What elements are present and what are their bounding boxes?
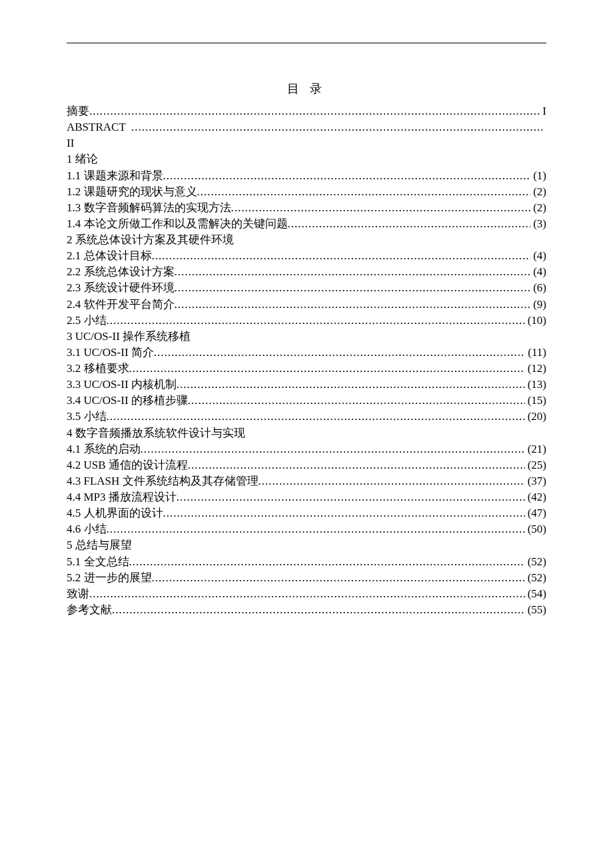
- toc-entry-page: (2): [530, 184, 546, 200]
- toc-entry-page: (10): [525, 313, 546, 329]
- toc-leader-dots: [112, 602, 525, 618]
- toc-entry-page: (52): [525, 554, 546, 570]
- toc-entry: 2.1 总体设计目标(4): [67, 248, 546, 264]
- toc-entry-label: 3.4 UC/OS-II 的移植步骤: [67, 393, 188, 409]
- toc-leader-dots: [197, 184, 531, 200]
- toc-entry-label: 2.3 系统设计硬件环境: [67, 280, 175, 296]
- toc-leader-dots: [107, 521, 525, 537]
- toc-leader-dots: [129, 361, 525, 377]
- toc-entry: 1.2 课题研究的现状与意义 (2): [67, 184, 546, 200]
- toc-entry: 4.2 USB 通信的设计流程 (25): [67, 457, 546, 473]
- toc-entry-label: 摘要: [67, 103, 89, 119]
- toc-entry-label: 1.2 课题研究的现状与意义: [67, 184, 197, 200]
- toc-entry-page: (11): [525, 345, 546, 361]
- toc-entry-page: I: [540, 103, 546, 119]
- toc-entry-page: (9): [530, 297, 546, 313]
- header-rule: [67, 43, 546, 43]
- toc-leader-dots: [107, 313, 525, 329]
- toc-entry-label: 1.4 本论文所做工作和以及需解决的关键问题: [67, 216, 288, 232]
- toc-entry: 5.2 进一步的展望(52): [67, 570, 546, 586]
- toc-leader-dots: [89, 103, 540, 119]
- toc-leader-dots: [89, 586, 525, 602]
- toc-entry-label: 2.4 软件开发平台简介: [67, 297, 175, 313]
- toc-entry-page: (1): [530, 168, 546, 184]
- toc-leader-dots: [177, 489, 525, 505]
- toc-entry-label: 4.6 小结: [67, 521, 107, 537]
- toc-entry-page: (4): [530, 264, 546, 280]
- toc-leader-dots: [175, 264, 531, 280]
- toc-leader-dots: [154, 345, 525, 361]
- toc-leader-dots: [259, 473, 525, 489]
- toc-heading: 1 绪论: [67, 151, 546, 167]
- toc-entry: 3.1 UC/OS-II 简介(11): [67, 345, 546, 361]
- toc-entry: 4.6 小结(50): [67, 521, 546, 537]
- table-of-contents: 摘要IABSTRACT II1 绪论1.1 课题来源和背景 (1)1.2 课题研…: [67, 103, 546, 618]
- toc-entry-label: ABSTRACT: [67, 119, 131, 135]
- toc-entry: 4.1 系统的启动(21): [67, 441, 546, 457]
- toc-entry-page: (37): [525, 473, 546, 489]
- toc-leader-dots: [152, 248, 531, 264]
- toc-entry-label: 4.1 系统的启动: [67, 441, 141, 457]
- toc-leader-dots: [288, 216, 531, 232]
- toc-entry-label: 参考文献: [67, 602, 112, 618]
- toc-leader-dots: [129, 554, 525, 570]
- toc-entry: 4.4 MP3 播放流程设计 (42): [67, 489, 546, 505]
- toc-entry-label: 2.2 系统总体设计方案: [67, 264, 175, 280]
- toc-entry: 4.3 FLASH 文件系统结构及其存储管理 (37): [67, 473, 546, 489]
- toc-entry-page: (12): [525, 361, 546, 377]
- toc-entry-page: (13): [525, 377, 546, 393]
- toc-leader-dots: [175, 280, 531, 296]
- toc-entry-page: (3): [530, 216, 546, 232]
- toc-entry-page: (47): [525, 505, 546, 521]
- toc-entry-label: 2.1 总体设计目标: [67, 248, 152, 264]
- toc-entry-page: (21): [525, 441, 546, 457]
- toc-entry: 5.1 全文总结(52): [67, 554, 546, 570]
- toc-entry: 3.4 UC/OS-II 的移植步骤 (15): [67, 393, 546, 409]
- toc-title: 目 录: [67, 81, 546, 97]
- toc-entry-page: (54): [525, 586, 546, 602]
- toc-leader-dots: [163, 505, 525, 521]
- toc-entry-label: 5.1 全文总结: [67, 554, 129, 570]
- toc-entry-page: (6): [530, 280, 546, 296]
- toc-leader-dots: [152, 570, 525, 586]
- toc-entry-page: (52): [525, 570, 546, 586]
- toc-entry-page: (2): [530, 200, 546, 216]
- toc-leader-dots: [188, 393, 525, 409]
- toc-leader-dots: [177, 377, 525, 393]
- toc-entry: 1.3 数字音频解码算法的实现方法 (2): [67, 200, 546, 216]
- toc-entry: 2.5 小结(10): [67, 313, 546, 329]
- toc-leader-dots: [141, 441, 525, 457]
- toc-leader-dots: [107, 409, 525, 425]
- toc-entry-label: 5.2 进一步的展望: [67, 570, 152, 586]
- document-page: 目 录 摘要IABSTRACT II1 绪论1.1 课题来源和背景 (1)1.2…: [0, 0, 613, 868]
- toc-entry: 致谢(54): [67, 586, 546, 602]
- toc-entry-page: (4): [530, 248, 546, 264]
- toc-entry-page: (15): [525, 393, 546, 409]
- toc-entry-label: 4.2 USB 通信的设计流程: [67, 457, 188, 473]
- toc-heading: II: [67, 135, 546, 151]
- toc-entry-label: 致谢: [67, 586, 89, 602]
- toc-entry-label: 3.5 小结: [67, 409, 107, 425]
- toc-entry: ABSTRACT: [67, 119, 546, 135]
- toc-heading: 5 总结与展望: [67, 537, 546, 553]
- toc-entry-label: 3.2 移植要求: [67, 361, 129, 377]
- toc-entry: 1.4 本论文所做工作和以及需解决的关键问题 (3): [67, 216, 546, 232]
- toc-entry-page: (20): [525, 409, 546, 425]
- toc-entry-label: 1.1 课题来源和背景: [67, 168, 163, 184]
- toc-leader-dots: [131, 119, 544, 135]
- toc-entry-label: 1.3 数字音频解码算法的实现方法: [67, 200, 231, 216]
- toc-heading: 3 UC/OS-II 操作系统移植: [67, 329, 546, 345]
- toc-entry-label: 4.4 MP3 播放流程设计: [67, 489, 177, 505]
- toc-entry: 4.5 人机界面的设计 (47): [67, 505, 546, 521]
- toc-entry: 1.1 课题来源和背景 (1): [67, 168, 546, 184]
- toc-entry: 3.3 UC/OS-II 内核机制 (13): [67, 377, 546, 393]
- toc-leader-dots: [231, 200, 531, 216]
- toc-entry-page: (42): [525, 489, 546, 505]
- toc-entry: 参考文献(55): [67, 602, 546, 618]
- toc-entry: 摘要I: [67, 103, 546, 119]
- toc-entry: 2.4 软件开发平台简介 (9): [67, 297, 546, 313]
- toc-entry-label: 3.3 UC/OS-II 内核机制: [67, 377, 177, 393]
- toc-entry-page: (55): [525, 602, 546, 618]
- toc-heading: 4 数字音频播放系统软件设计与实现: [67, 425, 546, 441]
- toc-entry-label: 3.1 UC/OS-II 简介: [67, 345, 154, 361]
